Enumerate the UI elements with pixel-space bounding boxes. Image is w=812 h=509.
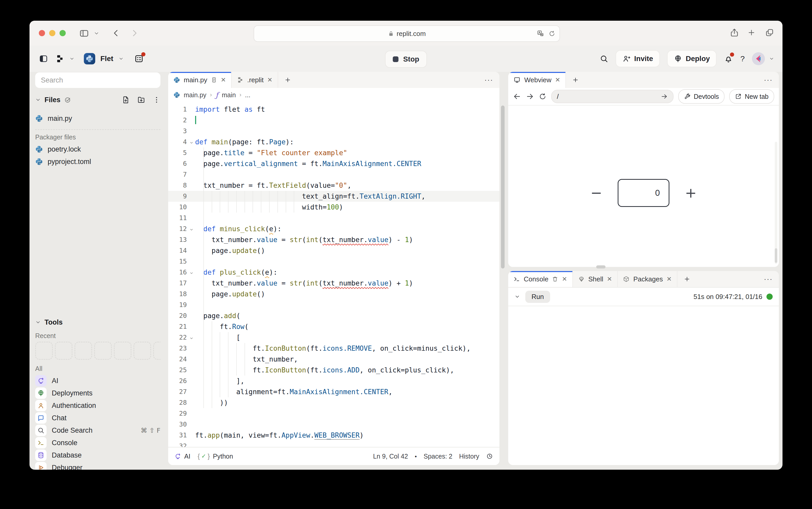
new-tab-icon[interactable] [747,29,756,37]
webview-scrollbar-track[interactable] [775,142,777,264]
code-line-21[interactable]: 21 ft.Row( [168,321,499,332]
file-item[interactable]: pyproject.toml [35,156,160,168]
address-bar[interactable]: replit.com [254,25,560,42]
window-zoom-button[interactable] [60,30,66,36]
code-line-22[interactable]: 22 [ [168,332,499,343]
run-command-pill[interactable]: Run [525,291,550,303]
editor-new-tab-button[interactable] [278,72,297,88]
cursor-position[interactable]: Ln 9, Col 42 [373,453,408,460]
fold-chevron-icon[interactable] [189,137,194,148]
webview-overflow-menu[interactable]: ··· [758,72,779,88]
devtools-button[interactable]: Devtools [678,89,724,104]
new-folder-icon[interactable] [137,96,145,104]
collapse-chevron-icon[interactable] [514,294,520,300]
sidebar-item-chat[interactable]: Chat [35,412,160,424]
code-line-29[interactable]: 29 [168,408,499,419]
notifications-bell-icon[interactable] [724,54,733,63]
editor-tab-main.py[interactable]: main.py✕ [168,72,232,88]
open-new-tab-button[interactable]: New tab [729,89,774,104]
console-tab-console[interactable]: Console✕ [508,271,573,287]
language-status-item[interactable]: {✓} Python [198,453,233,460]
code-line-12[interactable]: 12 def minus_click(e): [168,224,499,234]
stop-button[interactable]: Stop [385,51,427,68]
close-icon[interactable]: ✕ [221,76,226,83]
code-line-32[interactable]: 32 [168,441,499,447]
fold-chevron-icon[interactable] [189,267,194,278]
kebab-menu-icon[interactable] [153,96,160,104]
fold-chevron-icon[interactable] [189,333,194,343]
code-line-17[interactable]: 17 txt_number.value = str(int(txt_number… [168,278,499,289]
share-icon[interactable] [730,28,739,37]
sidebar-item-ai[interactable]: AI [35,374,160,387]
webview-scrollbar-thumb[interactable] [775,248,777,263]
webview-new-tab-button[interactable] [566,72,585,88]
webview-back-icon[interactable] [513,92,521,101]
chevron-down-icon[interactable] [35,97,41,103]
chevron-down-icon[interactable] [35,319,41,325]
window-close-button[interactable] [39,30,45,36]
editor-scrollbar[interactable] [501,105,505,268]
project-name[interactable]: Flet [100,55,113,63]
forward-button[interactable] [130,29,139,38]
chevron-down-icon[interactable] [69,56,74,61]
history-button[interactable]: History [459,453,479,460]
sidebar-item-console[interactable]: Console [35,437,160,449]
history-clock-icon[interactable] [486,453,493,460]
code-line-16[interactable]: 16 def plus_click(e): [168,267,499,278]
file-item[interactable]: poetry.lock [35,143,160,156]
code-line-6[interactable]: 6 page.vertical_alignment = ft.MainAxisA… [168,158,499,169]
webview-reload-icon[interactable] [539,93,547,100]
code-line-24[interactable]: 24 txt_number, [168,354,499,365]
code-editor[interactable]: 1import flet as ft234def main(page: ft.P… [168,102,499,447]
avatar[interactable] [752,52,765,65]
search-input[interactable] [35,72,160,88]
panel-toggle-icon[interactable] [39,54,48,63]
plus-button[interactable]: + [685,186,696,200]
invite-button[interactable]: Invite [616,50,660,67]
close-icon[interactable]: ✕ [667,275,672,283]
code-line-18[interactable]: 18 page.update() [168,289,499,300]
new-file-icon[interactable] [122,96,130,104]
webview-forward-icon[interactable] [526,92,534,101]
sidebar-item-authentication[interactable]: Authentication [35,399,160,412]
chevron-down-icon[interactable] [769,56,774,61]
tab-webview[interactable]: Webview ✕ [508,72,566,88]
close-icon[interactable]: ✕ [607,275,612,283]
window-minimize-button[interactable] [49,30,55,36]
sidebar-item-debugger[interactable]: Debugger [35,462,160,470]
go-arrow-icon[interactable] [661,93,668,100]
project-icon[interactable] [84,53,95,64]
code-line-4[interactable]: 4def main(page: ft.Page): [168,137,499,147]
browser-sidebar-icon[interactable] [79,29,89,38]
code-line-11[interactable]: 11 [168,213,499,224]
close-icon[interactable]: ✕ [562,275,567,283]
replit-logo[interactable] [55,54,64,63]
code-line-10[interactable]: 10 width=100) [168,202,499,213]
ai-status-item[interactable]: AI [174,453,190,460]
code-line-8[interactable]: 8 txt_number = ft.TextField(value="0", [168,180,499,191]
code-line-20[interactable]: 20 page.add( [168,310,499,321]
tab-overview-icon[interactable] [765,28,774,37]
code-line-23[interactable]: 23 ft.IconButton(ft.icons.REMOVE, on_cli… [168,343,499,354]
code-line-28[interactable]: 28 )) [168,397,499,408]
chevron-down-icon[interactable] [119,56,124,61]
code-line-26[interactable]: 26 ], [168,376,499,386]
sidebar-item-code-search[interactable]: Code Search⌘ ⇧ F [35,424,160,437]
console-tab-packages[interactable]: Packages✕ [618,271,677,287]
chevron-down-icon[interactable] [94,31,99,36]
console-overflow-menu[interactable]: ··· [758,271,779,287]
close-icon[interactable]: ✕ [555,76,560,83]
code-line-15[interactable]: 15 [168,256,499,267]
pane-resize-handle[interactable] [596,265,606,268]
code-line-31[interactable]: 31ft.app(main, view=ft.AppView.WEB_BROWS… [168,430,499,441]
editor-tab-replit[interactable]: .replit✕ [232,72,278,88]
deploy-button[interactable]: Deploy [667,50,716,67]
code-line-19[interactable]: 19 [168,300,499,310]
spaces-indicator[interactable]: Spaces: 2 [424,453,452,460]
sidebar-item-deployments[interactable]: Deployments [35,387,160,399]
fold-chevron-icon[interactable] [189,224,194,235]
console-new-tab-button[interactable] [677,271,696,287]
code-line-7[interactable]: 7 [168,169,499,180]
code-line-1[interactable]: 1import flet as ft [168,104,499,115]
breadcrumb[interactable]: main.py › ƒ main › ... [168,88,499,102]
